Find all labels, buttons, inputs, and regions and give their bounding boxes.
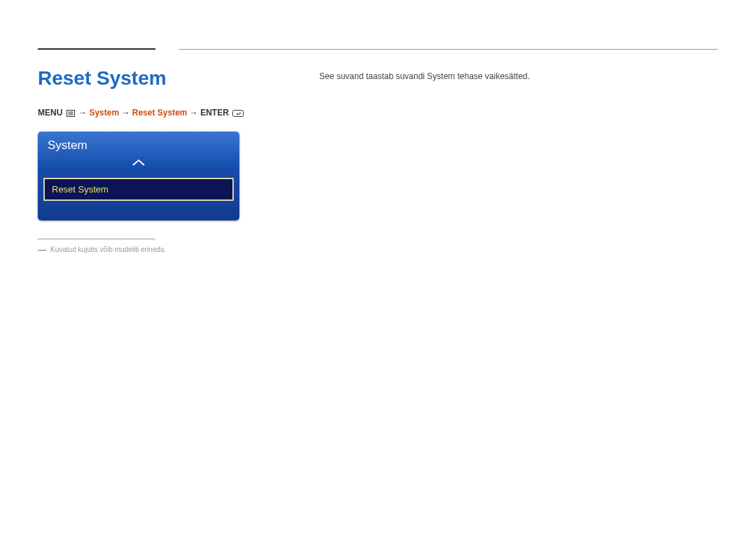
system-panel: System Reset System: [38, 132, 239, 220]
panel-header: System: [38, 132, 239, 172]
panel-header-title: System: [48, 139, 230, 153]
section-top-rule: [179, 49, 718, 50]
breadcrumb-reset-system: Reset System: [132, 108, 188, 118]
panel-body: Reset System: [38, 172, 239, 220]
description-text: See suvand taastab suvandi System tehase…: [319, 71, 718, 81]
menu-item-reset-system[interactable]: Reset System: [43, 178, 234, 201]
breadcrumb-system: System: [89, 108, 119, 118]
footnote-dash-icon: ―: [38, 245, 46, 255]
breadcrumb-enter: ENTER: [200, 108, 229, 118]
breadcrumb-separator: →: [190, 108, 198, 118]
breadcrumb-separator: →: [78, 108, 87, 118]
svg-rect-4: [233, 111, 244, 117]
chevron-up-icon[interactable]: [130, 157, 147, 169]
breadcrumb: MENU → System → Reset System → ENTER: [38, 108, 297, 119]
enter-icon: [232, 109, 244, 119]
footnote: ―Kuvatud kujutis võib mudeliti erineda.: [38, 245, 297, 255]
breadcrumb-menu: MENU: [38, 108, 62, 118]
breadcrumb-separator: →: [121, 108, 130, 118]
footnote-text: Kuvatud kujutis võib mudeliti erineda.: [50, 246, 166, 253]
page-title: Reset System: [38, 67, 297, 90]
menu-icon: [66, 109, 75, 119]
section-short-rule: [38, 48, 155, 50]
footnote-divider: [38, 239, 155, 239]
